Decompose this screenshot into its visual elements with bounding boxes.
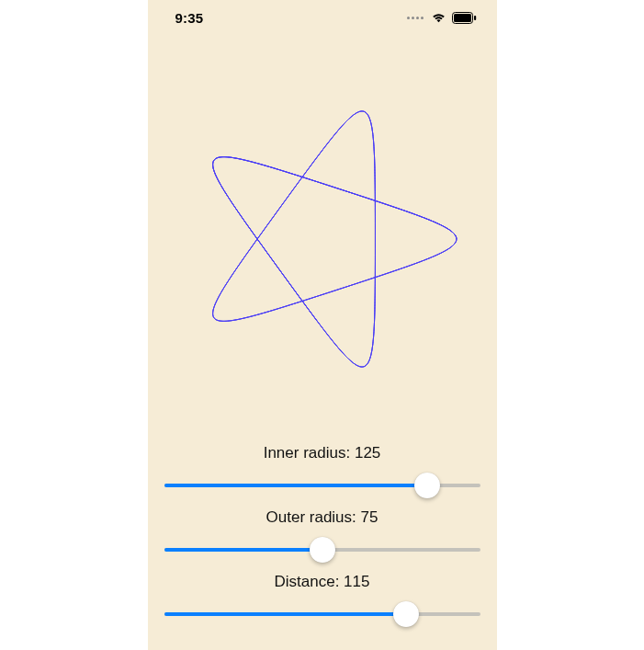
inner-radius-control: Inner radius: 125 bbox=[164, 444, 480, 501]
status-indicators bbox=[407, 12, 477, 24]
distance-label: Distance: 115 bbox=[164, 573, 480, 591]
inner-radius-label: Inner radius: 125 bbox=[164, 444, 480, 462]
phone-screen: 9:35 bbox=[148, 0, 497, 650]
outer-radius-control: Outer radius: 75 bbox=[164, 508, 480, 565]
svg-rect-1 bbox=[454, 14, 471, 22]
distance-slider[interactable] bbox=[164, 599, 480, 630]
outer-radius-label-prefix: Outer radius: bbox=[266, 508, 361, 526]
distance-label-prefix: Distance: bbox=[275, 573, 345, 590]
outer-radius-label: Outer radius: 75 bbox=[164, 508, 480, 527]
spirograph-figure bbox=[175, 83, 469, 399]
slider-fill bbox=[164, 548, 322, 552]
outer-radius-label-value: 75 bbox=[361, 508, 378, 526]
slider-fill bbox=[164, 612, 407, 616]
distance-control: Distance: 115 bbox=[164, 573, 480, 630]
controls-panel: Inner radius: 125 Outer radius: 75 Dista… bbox=[148, 437, 497, 650]
distance-label-value: 115 bbox=[344, 573, 369, 590]
slider-thumb[interactable] bbox=[393, 601, 419, 627]
slider-fill bbox=[164, 484, 428, 487]
battery-icon bbox=[452, 12, 477, 24]
signal-dots-icon bbox=[407, 17, 424, 19]
outer-radius-slider[interactable] bbox=[164, 534, 480, 565]
inner-radius-slider[interactable] bbox=[164, 470, 480, 501]
status-bar: 9:35 bbox=[148, 0, 497, 35]
drawing-canvas bbox=[148, 35, 497, 437]
inner-radius-label-value: 125 bbox=[355, 444, 380, 462]
inner-radius-label-prefix: Inner radius: bbox=[264, 444, 355, 462]
wifi-icon bbox=[431, 12, 446, 23]
slider-thumb[interactable] bbox=[310, 537, 335, 563]
status-time: 9:35 bbox=[175, 10, 204, 26]
slider-thumb[interactable] bbox=[414, 473, 440, 498]
svg-rect-2 bbox=[474, 16, 476, 20]
